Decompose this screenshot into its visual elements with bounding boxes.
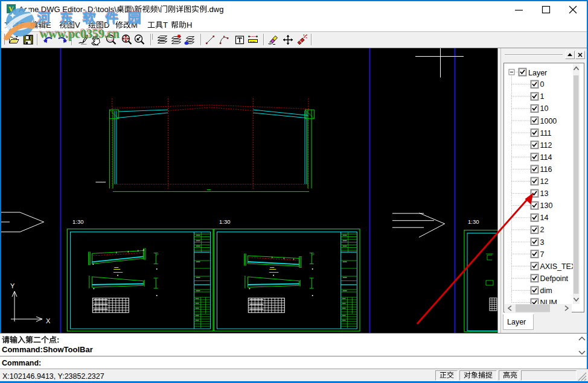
svg-text:dim: dim [540, 286, 552, 295]
svg-text:T: T [163, 20, 168, 29]
svg-text:116: 116 [540, 165, 552, 174]
svg-text:1:30: 1:30 [219, 218, 231, 225]
svg-text:H: H [187, 20, 192, 29]
svg-text:0: 0 [540, 80, 545, 89]
svg-text:12: 12 [540, 177, 549, 186]
svg-text:1: 1 [540, 92, 545, 101]
svg-text:111: 111 [540, 129, 552, 138]
svg-text:10: 10 [540, 104, 549, 113]
svg-text:Y: Y [10, 282, 15, 290]
svg-text:3: 3 [540, 238, 545, 247]
svg-text:X: X [46, 317, 51, 324]
svg-text:14: 14 [540, 214, 549, 222]
svg-text:2: 2 [540, 226, 545, 234]
svg-text:112: 112 [540, 141, 552, 150]
svg-text:13: 13 [540, 189, 549, 198]
svg-text:114: 114 [540, 153, 552, 162]
svg-text:130: 130 [540, 201, 553, 210]
svg-text:Layer: Layer [528, 69, 547, 77]
svg-text:1000: 1000 [540, 117, 557, 125]
svg-text::: : [57, 335, 59, 344]
svg-text:.dwg: .dwg [207, 5, 223, 14]
svg-text:1:30: 1:30 [468, 218, 479, 225]
svg-text:\: \ [158, 5, 160, 14]
svg-text:NUM: NUM [540, 299, 557, 304]
svg-text:1:30: 1:30 [72, 218, 84, 225]
svg-text:AXIS_TEXT: AXIS_TEXT [540, 262, 574, 271]
svg-text:7: 7 [540, 250, 545, 259]
svg-text:Defpoint: Defpoint [540, 274, 569, 283]
